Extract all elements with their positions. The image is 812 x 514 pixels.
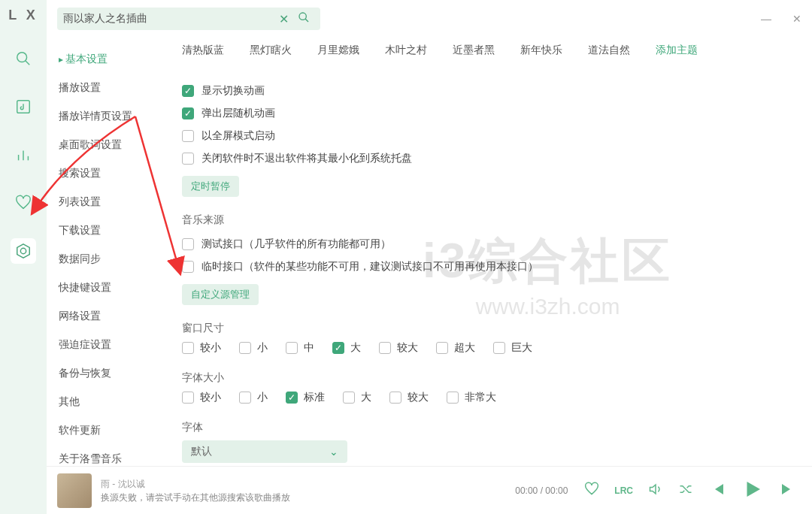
winsize-options: 较小 小 中 大 较大 超大 巨大	[182, 341, 789, 355]
label-test-api: 测试接口（几乎软件的所有功能都可用）	[201, 237, 391, 251]
checkbox-popup-label: 弹出层随机动画	[201, 107, 275, 120]
nav-search[interactable]	[11, 46, 36, 71]
font-select[interactable]: 默认 ⌄	[182, 440, 347, 463]
checkbox-popup[interactable]	[182, 107, 194, 119]
winsize-xxl[interactable]	[436, 342, 448, 354]
sidebar-item-backup[interactable]: 备份与恢复	[59, 359, 167, 388]
fontsize-s[interactable]	[239, 392, 251, 404]
nav-library[interactable]	[11, 94, 36, 119]
sidebar-item-list[interactable]: 列表设置	[59, 188, 167, 216]
fontsize-options: 较小 小 标准 大 较大 非常大	[182, 391, 789, 404]
prev-button[interactable]	[708, 480, 726, 500]
winsize-s[interactable]	[239, 342, 251, 354]
label-winsize: 窗口尺寸	[182, 322, 789, 335]
theme-option[interactable]: 近墨者黑	[453, 44, 495, 57]
minimize-button[interactable]: —	[761, 13, 771, 25]
settings-sidebar: 基本设置 播放设置 播放详情页设置 桌面歌词设置 搜索设置 列表设置 下载设置 …	[47, 33, 167, 466]
sidebar-item-network[interactable]: 网络设置	[59, 302, 167, 331]
winsize-l[interactable]	[332, 342, 344, 354]
fontsize-l[interactable]	[343, 392, 355, 404]
theme-option[interactable]: 月里嫦娥	[317, 44, 359, 57]
settings-content: 清热版蓝 黑灯瞎火 月里嫦娥 木叶之村 近墨者黑 新年快乐 道法自然 添加主题 …	[167, 33, 812, 466]
nav-rail: L X	[0, 0, 47, 514]
sidebar-item-ocd[interactable]: 强迫症设置	[59, 331, 167, 359]
player-bar: 雨 - 沈以诚 换源失败，请尝试手动在其他源搜索该歌曲播放 00:00 / 00…	[47, 466, 812, 514]
sidebar-item-other[interactable]: 其他	[59, 388, 167, 416]
sidebar-item-playdetail[interactable]: 播放详情页设置	[59, 102, 167, 131]
search-box[interactable]: ✕	[57, 8, 320, 30]
like-button[interactable]	[584, 482, 599, 499]
timer-pause-button[interactable]: 定时暂停	[182, 176, 239, 197]
theme-row: 清热版蓝 黑灯瞎火 月里嫦娥 木叶之村 近墨者黑 新年快乐 道法自然 添加主题	[182, 44, 789, 66]
sidebar-item-desktoplyric[interactable]: 桌面歌词设置	[59, 131, 167, 159]
clear-icon[interactable]: ✕	[274, 12, 293, 26]
search-input[interactable]	[63, 13, 274, 25]
window-controls: — ✕	[761, 13, 801, 25]
fontsize-xs[interactable]	[182, 392, 194, 404]
checkbox-temp-api[interactable]	[182, 261, 194, 273]
svg-line-9	[305, 19, 308, 22]
sidebar-item-hotkey[interactable]: 快捷键设置	[59, 274, 167, 302]
label-font: 字体	[182, 421, 789, 434]
theme-option[interactable]: 新年快乐	[520, 44, 562, 57]
album-cover[interactable]	[57, 473, 92, 508]
sidebar-item-sync[interactable]: 数据同步	[59, 245, 167, 274]
fontsize-xxl[interactable]	[447, 392, 459, 404]
sidebar-item-play[interactable]: 播放设置	[59, 74, 167, 102]
sidebar-item-update[interactable]: 软件更新	[59, 416, 167, 445]
svg-point-7	[20, 248, 26, 253]
fontsize-xl[interactable]	[389, 392, 401, 404]
play-button[interactable]	[741, 478, 764, 503]
chevron-down-icon: ⌄	[329, 446, 338, 458]
theme-option[interactable]: 黑灯瞎火	[250, 44, 292, 57]
label-source: 音乐来源	[182, 213, 789, 227]
search-icon[interactable]	[293, 11, 314, 26]
label-fontsize: 字体大小	[182, 371, 789, 385]
winsize-xs[interactable]	[182, 342, 194, 354]
theme-option[interactable]: 道法自然	[588, 44, 630, 57]
checkbox-anim-label: 显示切换动画	[201, 84, 265, 98]
sidebar-item-about[interactable]: 关于洛雪音乐	[59, 445, 167, 466]
sidebar-item-download[interactable]: 下载设置	[59, 216, 167, 245]
volume-button[interactable]	[648, 482, 663, 499]
lyric-button[interactable]: LRC	[614, 485, 633, 496]
sidebar-item-basic[interactable]: 基本设置	[59, 45, 167, 74]
track-title: 雨 - 沈以诚	[101, 477, 506, 491]
next-button[interactable]	[779, 480, 797, 500]
checkbox-fullscreen-label: 以全屏模式启动	[201, 129, 275, 143]
winsize-m[interactable]	[286, 342, 298, 354]
theme-option[interactable]: 清热版蓝	[182, 44, 224, 57]
close-button[interactable]: ✕	[792, 13, 801, 25]
checkbox-test-api[interactable]	[182, 238, 194, 250]
winsize-huge[interactable]	[493, 342, 505, 354]
svg-point-8	[299, 13, 306, 20]
nav-settings[interactable]	[11, 238, 36, 264]
checkbox-anim[interactable]	[182, 85, 194, 97]
player-message: 换源失败，请尝试手动在其他源搜索该歌曲播放	[101, 491, 506, 504]
shuffle-button[interactable]	[678, 482, 693, 499]
nav-rank[interactable]	[11, 142, 36, 168]
svg-point-0	[17, 53, 27, 62]
font-select-value: 默认	[191, 445, 212, 458]
checkbox-tray-label: 关闭软件时不退出软件将其最小化到系统托盘	[201, 152, 412, 165]
checkbox-fullscreen[interactable]	[182, 130, 194, 142]
sidebar-item-search[interactable]: 搜索设置	[59, 159, 167, 188]
winsize-xl[interactable]	[379, 342, 391, 354]
label-temp-api: 临时接口（软件的某些功能不可用，建议测试接口不可用再使用本接口）	[201, 260, 538, 274]
checkbox-tray[interactable]	[182, 153, 194, 165]
fontsize-std[interactable]	[286, 392, 298, 404]
custom-source-button[interactable]: 自定义源管理	[182, 284, 259, 305]
nav-favorite[interactable]	[11, 190, 36, 216]
player-info: 雨 - 沈以诚 换源失败，请尝试手动在其他源搜索该歌曲播放	[101, 477, 506, 504]
app-logo: L X	[8, 8, 38, 23]
theme-option[interactable]: 木叶之村	[385, 44, 427, 57]
svg-line-1	[26, 61, 30, 65]
add-theme-button[interactable]: 添加主题	[656, 44, 698, 57]
player-time: 00:00 / 00:00	[515, 485, 568, 496]
header: ✕ — ✕	[47, 0, 812, 33]
svg-marker-6	[17, 244, 30, 258]
